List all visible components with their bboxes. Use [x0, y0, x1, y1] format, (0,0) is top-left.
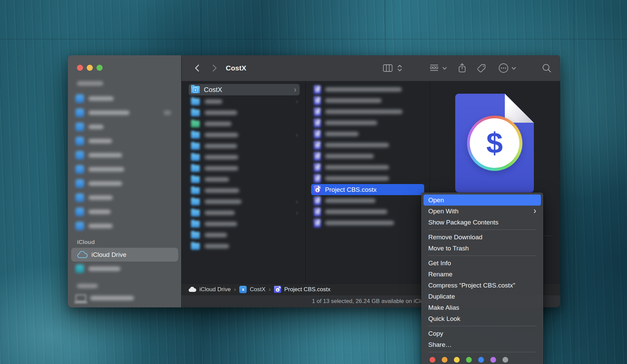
folder-row-blurred[interactable]: › [182, 196, 305, 207]
folder-row-blurred[interactable] [182, 174, 305, 185]
folder-row-blurred[interactable] [182, 241, 305, 252]
sidebar-item-macbook[interactable] [68, 291, 181, 305]
sidebar-item-blurred[interactable] [68, 105, 181, 120]
cloud-icon [188, 287, 196, 292]
dollar-badge-icon: $ [467, 116, 522, 171]
folder-row-blurred[interactable] [182, 141, 305, 152]
file-row-selected[interactable]: $ Project CBS.costx [311, 184, 424, 195]
sidebar-item-blurred[interactable] [68, 205, 181, 219]
group-chevron[interactable] [442, 64, 447, 72]
folder-row-blurred[interactable] [182, 163, 305, 174]
menu-item-show-package-contents[interactable]: Show Package Contents [421, 217, 543, 228]
menu-item-open-with[interactable]: Open With› [421, 206, 543, 217]
chevron-left-icon [193, 64, 202, 72]
more-chevron[interactable] [511, 64, 516, 72]
menu-item-make-alias[interactable]: Make Alias [421, 302, 543, 313]
file-row-blurred[interactable]: $ [306, 195, 430, 206]
folder-row-blurred[interactable] [182, 107, 305, 118]
menu-item-label: Show Package Contents [428, 219, 498, 226]
breadcrumb-project-cbs[interactable]: $ Project CBS.costx [274, 286, 330, 293]
menu-item-duplicate[interactable]: Duplicate [421, 291, 543, 302]
menu-item-compress-project-cbs-costx[interactable]: Compress “Project CBS.costx” [421, 280, 543, 291]
file-row-blurred[interactable]: $ [306, 151, 430, 162]
file-row-blurred[interactable]: $ [306, 217, 430, 229]
zoom-button[interactable] [97, 65, 103, 71]
menu-item-open[interactable]: Open [424, 194, 541, 206]
menu-item-share[interactable]: Share… [421, 339, 543, 350]
minimize-button[interactable] [87, 65, 93, 71]
sidebar-item-blurred[interactable] [68, 120, 181, 134]
blurred-label [205, 99, 222, 104]
blurred-label [88, 224, 113, 228]
tag-green[interactable] [466, 357, 472, 363]
tag-purple[interactable] [490, 357, 496, 363]
column-view-button[interactable] [383, 64, 393, 72]
blurred-label [325, 121, 377, 125]
close-button[interactable] [77, 65, 83, 71]
folder-icon [191, 187, 200, 194]
forward-button[interactable] [210, 64, 219, 72]
tag-orange[interactable] [442, 357, 447, 363]
file-row-blurred[interactable]: $ [306, 95, 430, 106]
blurred-label [205, 155, 238, 159]
menu-item-get-info[interactable]: Get Info [421, 257, 543, 269]
folder-row-blurred[interactable] [182, 185, 305, 196]
file-row-blurred[interactable]: $ [306, 140, 430, 151]
tag-gray[interactable] [502, 357, 508, 363]
folder-row-blurred[interactable] [182, 152, 305, 163]
file-row-blurred[interactable]: $ [306, 162, 430, 173]
folder-row-blurred[interactable]: › [182, 96, 305, 107]
menu-item-copy[interactable]: Copy [421, 328, 543, 339]
breadcrumb-costx[interactable]: CostX [239, 286, 265, 293]
folder-icon [76, 94, 84, 103]
folder-row-blurred[interactable]: › [182, 129, 305, 141]
costx-folder-icon: x [191, 86, 200, 93]
sidebar-item-blurred[interactable] [68, 134, 181, 148]
menu-item-remove-download[interactable]: Remove Download [421, 232, 543, 243]
sidebar-item-icloud-drive[interactable]: iCloud Drive [71, 248, 178, 262]
sidebar-item-blurred[interactable] [68, 262, 181, 276]
more-actions-button[interactable] [498, 63, 509, 73]
file-row-blurred[interactable]: $ [306, 84, 430, 95]
wallpaper-seam [0, 39, 627, 39]
view-chevrons[interactable] [397, 64, 402, 72]
folder-row-blurred[interactable]: › [182, 207, 305, 218]
file-row-blurred[interactable]: $ [306, 128, 430, 140]
tag-icon [476, 63, 487, 73]
search-button[interactable] [542, 63, 552, 73]
menu-item-move-to-trash[interactable]: Move to Trash [421, 243, 543, 254]
menu-item-rename[interactable]: Rename [421, 269, 543, 280]
sidebar-item-blurred[interactable] [68, 162, 181, 176]
cloud-icon [77, 251, 88, 259]
tag-red[interactable] [430, 357, 435, 363]
sidebar-item-blurred[interactable] [68, 176, 181, 190]
sidebar-item-blurred[interactable] [68, 190, 181, 205]
folder-row-blurred[interactable] [182, 218, 305, 230]
file-row-blurred[interactable]: $ [306, 117, 430, 128]
group-by-button[interactable] [429, 64, 439, 72]
blurred-label [88, 195, 113, 200]
folder-row-costx[interactable]: x CostX › [189, 84, 300, 95]
sidebar-item-blurred[interactable] [68, 91, 181, 105]
back-button[interactable] [193, 64, 202, 72]
blurred-label [205, 211, 235, 215]
menu-item-quick-look[interactable]: Quick Look [421, 313, 543, 324]
file-row-blurred[interactable]: $ [306, 173, 430, 184]
file-row-blurred[interactable]: $ [306, 206, 430, 217]
blurred-label [205, 233, 227, 237]
share-button[interactable] [458, 63, 467, 73]
file-row-blurred[interactable]: $ [306, 106, 430, 117]
tag-yellow[interactable] [454, 357, 460, 363]
sidebar-item-blurred[interactable] [68, 219, 181, 233]
browser-column-1: x CostX › ›››› [182, 81, 306, 283]
tag-blue[interactable] [478, 357, 484, 363]
sidebar-item-blurred[interactable] [68, 148, 181, 162]
breadcrumb-icloud-drive[interactable]: iCloud Drive [188, 286, 231, 293]
folder-icon [191, 154, 200, 161]
costx-file-icon: $ [314, 108, 321, 116]
blurred-label [205, 111, 237, 115]
folder-row-blurred[interactable] [182, 118, 305, 129]
costx-folder-chip-icon [239, 286, 247, 293]
tags-button[interactable] [476, 63, 487, 73]
folder-row-blurred[interactable] [182, 230, 305, 241]
